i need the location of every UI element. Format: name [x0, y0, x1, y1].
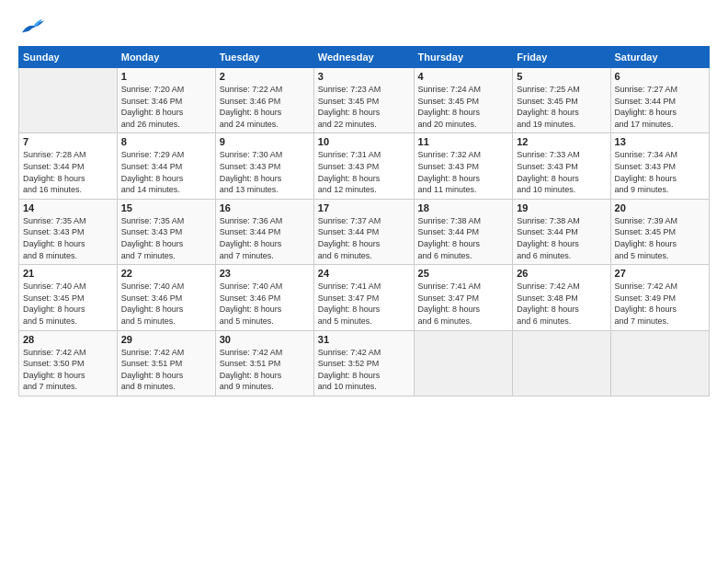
day-info: Sunrise: 7:20 AM Sunset: 3:46 PM Dayligh…	[121, 84, 211, 130]
day-info: Sunrise: 7:32 AM Sunset: 3:43 PM Dayligh…	[418, 149, 509, 195]
calendar-cell: 11Sunrise: 7:32 AM Sunset: 3:43 PM Dayli…	[414, 133, 513, 199]
calendar-cell: 27Sunrise: 7:42 AM Sunset: 3:49 PM Dayli…	[610, 265, 709, 330]
calendar-cell: 12Sunrise: 7:33 AM Sunset: 3:43 PM Dayli…	[513, 133, 610, 199]
calendar-header-saturday: Saturday	[610, 47, 709, 68]
day-number: 28	[23, 334, 113, 345]
day-number: 19	[517, 202, 606, 213]
day-info: Sunrise: 7:41 AM Sunset: 3:47 PM Dayligh…	[318, 281, 410, 327]
day-info: Sunrise: 7:25 AM Sunset: 3:45 PM Dayligh…	[517, 84, 606, 130]
day-number: 24	[318, 268, 410, 279]
calendar-week-3: 21Sunrise: 7:40 AM Sunset: 3:45 PM Dayli…	[19, 265, 710, 330]
calendar-cell	[610, 330, 709, 396]
day-number: 30	[220, 334, 310, 345]
day-number: 11	[418, 136, 509, 147]
calendar-cell: 15Sunrise: 7:35 AM Sunset: 3:43 PM Dayli…	[117, 199, 215, 264]
calendar-cell: 3Sunrise: 7:23 AM Sunset: 3:45 PM Daylig…	[313, 68, 414, 133]
logo-area	[18, 17, 46, 37]
day-number: 5	[517, 71, 606, 82]
day-number: 14	[23, 202, 113, 213]
calendar-week-0: 1Sunrise: 7:20 AM Sunset: 3:46 PM Daylig…	[19, 68, 710, 133]
day-info: Sunrise: 7:35 AM Sunset: 3:43 PM Dayligh…	[23, 215, 113, 261]
calendar-cell: 8Sunrise: 7:29 AM Sunset: 3:44 PM Daylig…	[117, 133, 215, 199]
calendar-cell: 5Sunrise: 7:25 AM Sunset: 3:45 PM Daylig…	[513, 68, 610, 133]
calendar-cell: 26Sunrise: 7:42 AM Sunset: 3:48 PM Dayli…	[513, 265, 610, 330]
day-number: 6	[615, 71, 705, 82]
day-number: 15	[121, 202, 211, 213]
calendar-cell: 6Sunrise: 7:27 AM Sunset: 3:44 PM Daylig…	[610, 68, 709, 133]
day-info: Sunrise: 7:33 AM Sunset: 3:43 PM Dayligh…	[517, 149, 606, 195]
day-info: Sunrise: 7:40 AM Sunset: 3:46 PM Dayligh…	[220, 281, 310, 327]
calendar-table: SundayMondayTuesdayWednesdayThursdayFrid…	[18, 46, 710, 396]
day-info: Sunrise: 7:41 AM Sunset: 3:47 PM Dayligh…	[418, 281, 509, 327]
day-info: Sunrise: 7:31 AM Sunset: 3:43 PM Dayligh…	[318, 149, 410, 195]
calendar-cell: 9Sunrise: 7:30 AM Sunset: 3:43 PM Daylig…	[215, 133, 313, 199]
calendar-cell: 2Sunrise: 7:22 AM Sunset: 3:46 PM Daylig…	[215, 68, 313, 133]
logo	[18, 17, 46, 37]
day-info: Sunrise: 7:30 AM Sunset: 3:43 PM Dayligh…	[220, 149, 310, 195]
day-info: Sunrise: 7:22 AM Sunset: 3:46 PM Dayligh…	[220, 84, 310, 130]
day-number: 2	[220, 71, 310, 82]
calendar-cell: 10Sunrise: 7:31 AM Sunset: 3:43 PM Dayli…	[313, 133, 414, 199]
calendar-cell: 16Sunrise: 7:36 AM Sunset: 3:44 PM Dayli…	[215, 199, 313, 264]
calendar-cell: 29Sunrise: 7:42 AM Sunset: 3:51 PM Dayli…	[117, 330, 215, 396]
day-info: Sunrise: 7:42 AM Sunset: 3:50 PM Dayligh…	[23, 347, 113, 393]
day-number: 7	[23, 136, 113, 147]
calendar-cell: 19Sunrise: 7:38 AM Sunset: 3:44 PM Dayli…	[513, 199, 610, 264]
day-number: 26	[517, 268, 606, 279]
day-number: 10	[318, 136, 410, 147]
calendar-cell: 21Sunrise: 7:40 AM Sunset: 3:45 PM Dayli…	[19, 265, 118, 330]
day-info: Sunrise: 7:27 AM Sunset: 3:44 PM Dayligh…	[615, 84, 705, 130]
calendar-cell: 30Sunrise: 7:42 AM Sunset: 3:51 PM Dayli…	[215, 330, 313, 396]
day-info: Sunrise: 7:42 AM Sunset: 3:49 PM Dayligh…	[615, 281, 705, 327]
day-info: Sunrise: 7:36 AM Sunset: 3:44 PM Dayligh…	[220, 215, 310, 261]
day-number: 17	[318, 202, 410, 213]
day-number: 29	[121, 334, 211, 345]
calendar-cell: 22Sunrise: 7:40 AM Sunset: 3:46 PM Dayli…	[117, 265, 215, 330]
day-info: Sunrise: 7:39 AM Sunset: 3:45 PM Dayligh…	[615, 215, 705, 261]
day-number: 20	[615, 202, 705, 213]
calendar-cell: 17Sunrise: 7:37 AM Sunset: 3:44 PM Dayli…	[313, 199, 414, 264]
calendar-cell: 20Sunrise: 7:39 AM Sunset: 3:45 PM Dayli…	[610, 199, 709, 264]
day-number: 25	[418, 268, 509, 279]
day-info: Sunrise: 7:42 AM Sunset: 3:52 PM Dayligh…	[318, 347, 410, 393]
day-number: 9	[220, 136, 310, 147]
day-number: 18	[418, 202, 509, 213]
calendar-cell: 24Sunrise: 7:41 AM Sunset: 3:47 PM Dayli…	[313, 265, 414, 330]
page: SundayMondayTuesdayWednesdayThursdayFrid…	[0, 0, 728, 563]
day-number: 22	[121, 268, 211, 279]
calendar-cell	[414, 330, 513, 396]
day-info: Sunrise: 7:42 AM Sunset: 3:51 PM Dayligh…	[220, 347, 310, 393]
calendar-cell: 25Sunrise: 7:41 AM Sunset: 3:47 PM Dayli…	[414, 265, 513, 330]
calendar-cell	[513, 330, 610, 396]
day-number: 13	[615, 136, 705, 147]
calendar-cell: 14Sunrise: 7:35 AM Sunset: 3:43 PM Dayli…	[19, 199, 118, 264]
day-number: 8	[121, 136, 211, 147]
calendar-cell: 13Sunrise: 7:34 AM Sunset: 3:43 PM Dayli…	[610, 133, 709, 199]
day-number: 31	[318, 334, 410, 345]
day-info: Sunrise: 7:40 AM Sunset: 3:46 PM Dayligh…	[121, 281, 211, 327]
calendar-week-4: 28Sunrise: 7:42 AM Sunset: 3:50 PM Dayli…	[19, 330, 710, 396]
day-info: Sunrise: 7:40 AM Sunset: 3:45 PM Dayligh…	[23, 281, 113, 327]
calendar-header-thursday: Thursday	[414, 47, 513, 68]
day-number: 4	[418, 71, 509, 82]
calendar-cell: 4Sunrise: 7:24 AM Sunset: 3:45 PM Daylig…	[414, 68, 513, 133]
calendar-cell: 23Sunrise: 7:40 AM Sunset: 3:46 PM Dayli…	[215, 265, 313, 330]
day-number: 27	[615, 268, 705, 279]
header	[18, 17, 710, 37]
calendar-header-monday: Monday	[117, 47, 215, 68]
day-info: Sunrise: 7:34 AM Sunset: 3:43 PM Dayligh…	[615, 149, 705, 195]
calendar-cell: 31Sunrise: 7:42 AM Sunset: 3:52 PM Dayli…	[313, 330, 414, 396]
day-number: 23	[220, 268, 310, 279]
calendar-cell: 7Sunrise: 7:28 AM Sunset: 3:44 PM Daylig…	[19, 133, 118, 199]
day-info: Sunrise: 7:42 AM Sunset: 3:51 PM Dayligh…	[121, 347, 211, 393]
day-number: 16	[220, 202, 310, 213]
day-info: Sunrise: 7:23 AM Sunset: 3:45 PM Dayligh…	[318, 84, 410, 130]
day-info: Sunrise: 7:38 AM Sunset: 3:44 PM Dayligh…	[517, 215, 606, 261]
calendar-week-1: 7Sunrise: 7:28 AM Sunset: 3:44 PM Daylig…	[19, 133, 710, 199]
day-info: Sunrise: 7:37 AM Sunset: 3:44 PM Dayligh…	[318, 215, 410, 261]
calendar-header-tuesday: Tuesday	[215, 47, 313, 68]
day-number: 12	[517, 136, 606, 147]
calendar-cell: 1Sunrise: 7:20 AM Sunset: 3:46 PM Daylig…	[117, 68, 215, 133]
calendar-cell	[19, 68, 118, 133]
day-info: Sunrise: 7:42 AM Sunset: 3:48 PM Dayligh…	[517, 281, 606, 327]
